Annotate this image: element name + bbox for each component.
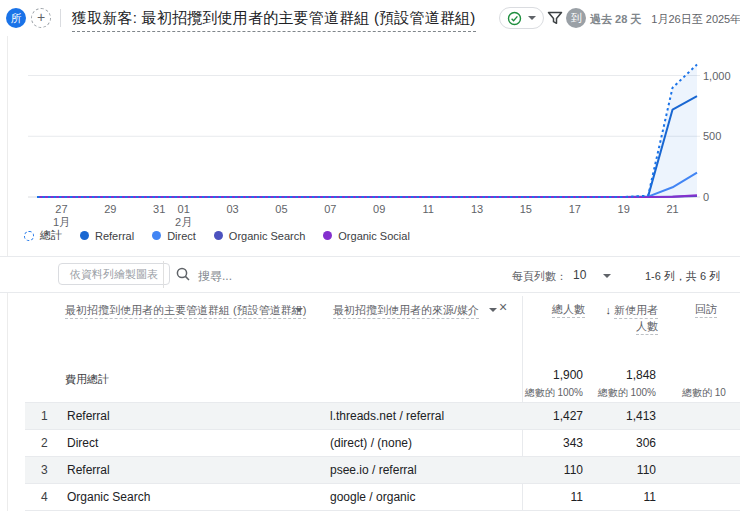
- cell-new-users: 110: [637, 457, 656, 483]
- sort-descending-icon: ↓: [606, 304, 612, 316]
- rows-per-page-select[interactable]: 10: [573, 268, 586, 282]
- x-axis-tick-label: 09: [373, 203, 385, 215]
- totals-new-users: 1,848: [626, 368, 656, 382]
- column-header-source-medium[interactable]: 最初招攬到使用者的來源/媒介: [333, 303, 479, 318]
- x-axis-tick-label: 11: [422, 203, 433, 215]
- check-circle-icon: [507, 11, 522, 26]
- pagination-status: 1-6 列，共 6 列: [645, 269, 720, 284]
- x-axis-month-label: 1月: [53, 216, 70, 228]
- y-axis-tick-label: 1,000: [703, 70, 731, 82]
- toolbar-divider: [163, 261, 164, 288]
- date-range-dates[interactable]: 1月26日至 2025年2月2: [651, 12, 740, 27]
- report-title[interactable]: 獲取新客: 最初招攬到使用者的主要管道群組 (預設管道群組): [72, 9, 476, 32]
- totals-returning-pct: 總數的 10: [682, 386, 726, 400]
- table-row[interactable]: 4Organic Searchgoogle / organic1111: [25, 484, 740, 511]
- totals-total-users: 1,900: [553, 368, 583, 382]
- acquisition-line-chart: 05001,000271月2931012月0305070911131517192…: [0, 36, 740, 256]
- rows-per-page-caret-icon[interactable]: [603, 274, 611, 278]
- add-comparison-button[interactable]: +: [31, 8, 51, 28]
- cell-source-medium: l.threads.net / referral: [330, 403, 444, 429]
- avatar-badge[interactable]: 到: [566, 8, 586, 28]
- date-range: 過去 28 天 1月26日至 2025年2月2: [590, 12, 740, 27]
- legend-item-referral: Referral: [80, 230, 134, 242]
- x-axis-tick-label: 17: [569, 203, 581, 215]
- source-medium-caret-icon: [489, 308, 497, 312]
- cell-channel-group: Organic Search: [67, 484, 150, 510]
- x-axis-tick-label: 13: [471, 203, 483, 215]
- date-range-label[interactable]: 過去 28 天: [590, 12, 641, 27]
- legend-item-direct: Direct: [152, 230, 196, 242]
- row-number: 1: [41, 403, 48, 429]
- cell-total-users: 110: [564, 457, 583, 483]
- all-users-chip[interactable]: 所: [6, 8, 26, 28]
- y-axis-tick-label: 0: [703, 191, 709, 203]
- search-icon: [175, 266, 191, 286]
- plot-rows-button[interactable]: 依資料列繪製圖表: [58, 263, 170, 285]
- cell-source-medium: (direct) / (none): [330, 430, 412, 456]
- cell-channel-group: Referral: [67, 457, 110, 483]
- cell-source-medium: google / organic: [330, 484, 415, 510]
- column-header-new-users[interactable]: ↓新使用者 人數: [606, 302, 659, 334]
- legend-label: Organic Social: [338, 230, 410, 242]
- totals-total-users-pct: 總數的 100%: [525, 386, 583, 400]
- series-line-referral: [37, 96, 697, 197]
- table-row[interactable]: 3Referralpsee.io / referral110110: [25, 457, 740, 484]
- channel-group-caret-icon: [295, 308, 303, 312]
- series-line-direct: [37, 173, 697, 197]
- search-input[interactable]: 搜尋...: [198, 268, 232, 285]
- remove-column-icon[interactable]: ×: [499, 300, 507, 314]
- legend-dashed-circle-icon: [24, 231, 34, 241]
- rows-per-page-label: 每頁列數：: [512, 269, 567, 284]
- column-header-returning[interactable]: 回訪: [695, 302, 717, 317]
- data-quality-pill[interactable]: [499, 7, 544, 29]
- chart-legend: 總計ReferralDirectOrganic SearchOrganic So…: [24, 228, 410, 243]
- legend-label: Direct: [167, 230, 196, 242]
- cell-total-users: 1,427: [553, 403, 583, 429]
- legend-dot-icon: [214, 231, 223, 240]
- cell-new-users: 1,413: [626, 403, 656, 429]
- table-body: 1Referrall.threads.net / referral1,4271,…: [0, 403, 740, 511]
- legend-dot-icon: [152, 231, 161, 240]
- x-axis-tick-label: 15: [520, 203, 532, 215]
- x-axis-tick-label: 03: [226, 203, 238, 215]
- chevron-down-icon: [528, 16, 536, 20]
- legend-item-總計: 總計: [24, 228, 62, 243]
- x-axis-tick-label: 19: [618, 203, 630, 215]
- cell-total-users: 11: [571, 484, 583, 510]
- table-row[interactable]: 2Direct(direct) / (none)343306: [25, 430, 740, 457]
- legend-item-organic-social: Organic Social: [323, 230, 410, 242]
- legend-dot-icon: [323, 231, 332, 240]
- row-number: 4: [41, 484, 48, 510]
- column-header-channel-group[interactable]: 最初招攬到使用者的主要管道群組 (預設管道群組): [65, 303, 306, 318]
- x-axis-tick-label: 31: [153, 203, 165, 215]
- cell-source-medium: psee.io / referral: [330, 457, 417, 483]
- legend-dot-icon: [80, 231, 89, 240]
- filter-icon[interactable]: [546, 9, 564, 27]
- cell-new-users: 306: [636, 430, 656, 456]
- table-row[interactable]: 1Referrall.threads.net / referral1,4271,…: [25, 403, 740, 430]
- cell-channel-group: Direct: [67, 430, 98, 456]
- topbar-divider: [60, 9, 61, 27]
- cell-total-users: 343: [563, 430, 583, 456]
- x-axis-tick-label: 27: [55, 203, 67, 215]
- x-axis-tick-label: 07: [324, 203, 336, 215]
- legend-label: Referral: [95, 230, 134, 242]
- x-axis-month-label: 2月: [175, 216, 192, 228]
- legend-label: 總計: [40, 228, 62, 243]
- x-axis-tick-label: 21: [666, 203, 678, 215]
- totals-new-users-pct: 總數的 100%: [598, 386, 656, 400]
- y-axis-tick-label: 500: [703, 130, 721, 142]
- cell-channel-group: Referral: [67, 403, 110, 429]
- legend-item-organic-search: Organic Search: [214, 230, 305, 242]
- row-number: 2: [41, 430, 48, 456]
- row-number: 3: [41, 457, 48, 483]
- x-axis-tick-label: 29: [104, 203, 116, 215]
- series-line-總計: [37, 65, 697, 197]
- x-axis-tick-label: 05: [275, 203, 287, 215]
- x-axis-tick-label: 01: [178, 203, 190, 215]
- cell-new-users: 11: [644, 484, 656, 510]
- column-header-total-users[interactable]: 總人數: [552, 302, 585, 317]
- totals-row-label: 費用總計: [65, 372, 109, 387]
- legend-label: Organic Search: [229, 230, 305, 242]
- total-area-fill: [37, 65, 697, 197]
